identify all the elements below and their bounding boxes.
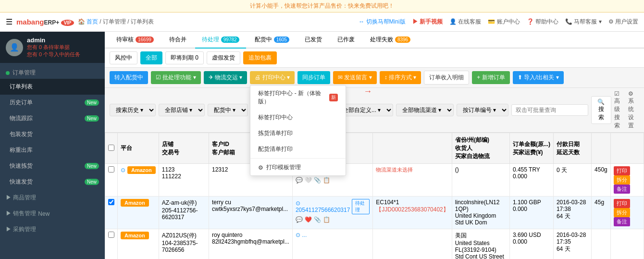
tab-failed[interactable]: 处理失败 8396	[363, 32, 417, 49]
tab-shipping[interactable]: 配货中 1605	[248, 32, 296, 49]
sidebar-section-order: 订单管理	[0, 65, 105, 79]
tab-pending-process[interactable]: 待处理 99782	[195, 32, 246, 49]
row1-checkbox[interactable]	[105, 164, 118, 197]
row1-actions: 打印 拆分 备注	[610, 164, 644, 197]
row2-attach-icon[interactable]: 📎	[314, 216, 321, 223]
new-video[interactable]: ▶ 新手视频	[412, 18, 443, 26]
row1-note-button[interactable]: 备注	[614, 185, 630, 194]
sidebar-item-history-orders[interactable]: 历史订单 New	[0, 95, 105, 111]
row2-print-button[interactable]: 打印	[614, 199, 630, 208]
sidebar-group-sales[interactable]: ▶ 销售管理 New	[0, 206, 105, 222]
hamburger-icon[interactable]: ☰	[6, 17, 12, 26]
pick-print-item[interactable]: 拣货清单打印	[250, 125, 346, 141]
advanced-search[interactable]: ☑ 高级搜索	[614, 90, 625, 130]
filter-add-parcel[interactable]: 追加包裹	[243, 51, 277, 64]
breadcrumb-home[interactable]: 🏠 首页	[78, 18, 98, 25]
col-checkbox	[105, 133, 118, 164]
filter-expiring[interactable]: 即将到期 0	[165, 51, 204, 64]
tab-pending-review[interactable]: 待审核 16699	[110, 32, 161, 49]
red-arrow-indicator: →	[363, 86, 372, 97]
row2-copy-icon[interactable]: 📋	[323, 216, 330, 223]
label-print-new-item[interactable]: 标签打印中心 - 新（体验版） 新 →	[250, 86, 346, 110]
tab-completed[interactable]: 已作废	[331, 32, 361, 49]
filter-bar: 风控中 全部 即将到期 0 虚假发货 追加包裹	[105, 49, 644, 68]
row1-tracking: 物流渠道未选择	[373, 164, 452, 197]
action-bar: 转入配货中 ☑ 批处理功能 ▾ ✈ 物流交运 ▾ 🖨 打印中心 ▾ 标签打印中心…	[105, 68, 644, 88]
top-banner: 计算小能手，快速帮您计算产品售价：快来免费试用吧！	[0, 0, 644, 12]
order-no-select[interactable]: 按订单编号 ▾	[457, 104, 508, 116]
row2-note-button[interactable]: 备注	[614, 217, 630, 226]
msg-icon[interactable]: 💬	[296, 177, 303, 184]
sidebar-item-quick-send[interactable]: 快速发货 New	[0, 174, 105, 190]
logistics-button[interactable]: ✈ 物流交运 ▾	[204, 71, 248, 84]
print-center-button[interactable]: 🖨 打印中心 ▾	[250, 71, 295, 84]
row2-msg-icon[interactable]: 💬	[296, 216, 303, 223]
task-count[interactable]: 您有 0 条待审单据	[27, 44, 80, 51]
help-center[interactable]: ❓ 帮助中心	[527, 18, 558, 26]
row3-province: 美国 United States FL(33192-9104) Std Cont…	[452, 229, 509, 259]
tab-shipped[interactable]: 已发货	[298, 32, 329, 49]
send-message-button[interactable]: ✉ 发送留言 ▾	[333, 71, 377, 84]
mini-switch[interactable]: ↔ 切换马帮Mini版	[359, 18, 405, 26]
sync-order-button[interactable]: 同步订单	[297, 71, 330, 84]
row3-store-transaction: AZ012US(停) 104-2385375-7026656	[159, 229, 209, 259]
attach-icon[interactable]: 📎	[314, 177, 321, 184]
sidebar-group-purchase[interactable]: ▶ 采购管理	[0, 222, 105, 237]
amazon-badge-3: Amazon	[121, 232, 149, 239]
history-orders-badge: New	[85, 99, 99, 106]
table-row: ⊙ Amazon 1123 111222 12312 ⊙ 20161	[105, 164, 644, 197]
sidebar-group-product[interactable]: ▶ 商品管理	[0, 190, 105, 206]
row1-platform: ⊙ Amazon	[118, 164, 159, 197]
row2-checkbox[interactable]	[105, 197, 118, 229]
section-dot	[6, 71, 10, 75]
sidebar-item-pack-ship[interactable]: 包装发货	[0, 126, 105, 142]
mabang-service[interactable]: 📞 马帮客服 ▾	[565, 18, 602, 26]
sidebar-item-order-list[interactable]: 订单列表	[0, 79, 105, 95]
pending-process-badge: 99782	[221, 37, 239, 43]
row2-split-button[interactable]: 拆分	[614, 208, 630, 217]
sidebar-item-logistics-track[interactable]: 物流跟踪 New	[0, 111, 105, 126]
online-service[interactable]: 👤 在线客服	[449, 18, 481, 26]
row3-platform: Amazon	[118, 229, 159, 259]
row1-print-button[interactable]: 打印	[614, 166, 630, 175]
heart-icon[interactable]: 🤍	[305, 177, 312, 184]
row3-checkbox[interactable]	[105, 229, 118, 259]
row2-order-id-link[interactable]: ⊙ 20541127566620317	[296, 200, 350, 213]
import-related-button[interactable]: ⬆ 导入/出相关 ▾	[513, 71, 564, 84]
row1-store-transaction: 1123 111222	[159, 164, 209, 197]
ship-print-item[interactable]: 配货清单打印	[250, 141, 346, 157]
tabs-bar: 待审核 16699 待合并 待处理 99782 配货中 1605 已发货 已作废…	[105, 32, 644, 49]
filter-risk[interactable]: 风控中	[110, 51, 137, 64]
shipping-select[interactable]: 配货中 ▾	[208, 104, 248, 116]
store-select[interactable]: 全部店铺 ▾	[159, 104, 205, 116]
select-all-checkbox[interactable]	[108, 145, 114, 151]
settings-link[interactable]: ⚙ 系统设置	[628, 90, 639, 130]
account-center[interactable]: 💳 账户中心	[488, 18, 520, 26]
template-mgmt-item[interactable]: ⚙ 打印模板管理	[250, 160, 346, 175]
row1-split-button[interactable]: 拆分	[614, 175, 630, 185]
sidebar-item-weigh-stock[interactable]: 称重出库	[0, 142, 105, 158]
user-settings[interactable]: ⚙ 用户设置	[608, 18, 638, 26]
row3-amount: 3.690 USD 0.000	[509, 229, 553, 259]
search-input[interactable]	[511, 104, 588, 116]
col-amount: 订单金额(原...)买家运费(¥)	[509, 133, 553, 164]
label-print-item[interactable]: 标签打印中心	[250, 110, 346, 125]
tab-pending-merge[interactable]: 待合并	[162, 32, 193, 49]
sort-method-button[interactable]: ↕ 排序方式 ▾	[380, 71, 421, 84]
col-tracking	[373, 133, 452, 164]
filter-all[interactable]: 全部	[140, 51, 162, 64]
search-history-select[interactable]: 搜索历史 ▾	[110, 104, 156, 116]
tracking-link[interactable]: 【JJD0002253683070402】	[376, 206, 448, 213]
sidebar-item-quick-pick[interactable]: 快速拣货 New	[0, 158, 105, 174]
filter-fake-ship[interactable]: 虚假发货	[207, 51, 240, 64]
logistics-select[interactable]: 全部物流渠道 ▾	[396, 104, 454, 116]
copy-icon[interactable]: 📋	[323, 177, 330, 184]
order-income-button[interactable]: 订单收入明细	[424, 71, 469, 85]
import-count[interactable]: 您有 0 个导入中的任务	[27, 51, 80, 58]
row2-heart-icon[interactable]: ❤️	[305, 216, 312, 223]
col-actions	[610, 133, 644, 164]
batch-process-button[interactable]: ☑ 批处理功能 ▾	[151, 71, 201, 84]
transfer-stock-button[interactable]: 转入配货中	[110, 71, 148, 84]
search-button[interactable]: 🔍 搜索	[591, 96, 611, 124]
add-order-button[interactable]: + 新增订单	[472, 71, 509, 84]
